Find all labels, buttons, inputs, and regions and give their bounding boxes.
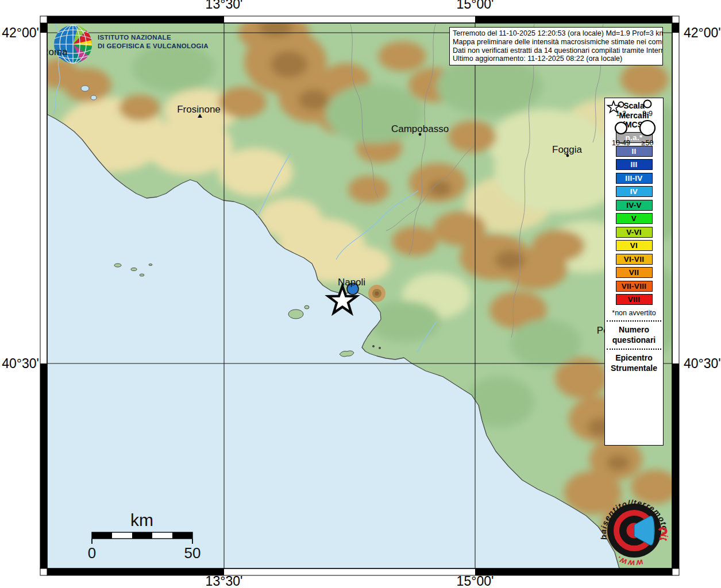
axis-left-top: 42°00' <box>0 25 39 41</box>
svg-text:10-49: 10-49 <box>612 139 630 147</box>
ingv-name-line1: ISTITUTO NAZIONALE <box>98 34 171 41</box>
macroseismic-map-page: ISTITUTO NAZIONALE DI GEOFISICA E VULCAN… <box>0 0 721 588</box>
star-icon <box>608 101 620 113</box>
legend-questionnaires-title: Numero questionari <box>612 324 656 345</box>
axis-right-top: 42°00' <box>684 25 721 41</box>
event-info-line1: Terremoto del 11-10-2025 12:20:53 (ora l… <box>453 29 660 38</box>
legend-chip-viii: VIII <box>616 294 653 305</box>
ingv-name-line2: DI GEOFISICA E VULCANOLOGIA <box>98 42 209 49</box>
legend-chip-v-vi: V-VI <box>616 227 653 238</box>
epicenter-star-key <box>605 100 622 114</box>
legend-epicenter-title: Epicentro Strumentale <box>611 353 657 373</box>
map-canvas: ISTITUTO NAZIONALE DI GEOFISICA E VULCAN… <box>38 13 689 568</box>
legend-chip-vi: VI <box>616 240 653 251</box>
axis-bottom-right: 15°00' <box>457 574 494 588</box>
city-marker-campobasso <box>419 133 422 136</box>
city-marker-foggia <box>566 154 569 157</box>
legend-divider-1 <box>607 320 661 322</box>
legend-chip-vi-vii: VI-VII <box>616 254 653 265</box>
axis-top-right: 15°00' <box>457 0 494 12</box>
legend-divider-2 <box>607 349 661 350</box>
intensity-point <box>347 283 358 295</box>
axis-left-bottom: 40°30' <box>0 356 39 372</box>
svg-text:3-9: 3-9 <box>642 110 653 118</box>
svg-text:≥50: ≥50 <box>642 139 654 147</box>
axis-top-left: 13°30' <box>206 0 243 12</box>
legend-chip-iii: III <box>616 159 653 170</box>
vesuvius <box>368 285 385 302</box>
legend-panel: Scala Mercalli (MCS) n.a.*IIIIIIII-IVIVI… <box>604 98 664 446</box>
event-info-line4: Ultimo aggiornamento: 11-12-2025 08:22 (… <box>453 55 660 63</box>
event-info-line2: Mappa preliminare delle intensità macros… <box>453 38 660 47</box>
legend-chip-iv: IV <box>616 186 653 197</box>
scale-bar-unit: km <box>130 510 153 529</box>
legend-chip-vii: VII <box>616 267 653 278</box>
legend-chip-v: V <box>616 213 653 224</box>
scale-bar-start: 0 <box>88 544 96 562</box>
circle-50plus-icon <box>640 121 655 136</box>
circle-3-9-icon <box>644 100 651 108</box>
circle-10-49-icon <box>615 122 627 134</box>
legend-chip-iv-v: IV-V <box>616 200 653 211</box>
legend-chip-iii-iv: III-IV <box>616 173 653 184</box>
legend-footnote: *non avvertito <box>612 309 656 317</box>
legend-chip-vii-viii: VII-VIII <box>616 281 653 292</box>
event-info-line3: Dati non verificati estratti da 14 quest… <box>453 47 660 55</box>
event-info-box: Terremoto del 11-10-2025 12:20:53 (ora l… <box>449 27 663 65</box>
axis-right-bottom: 40°30' <box>684 356 721 372</box>
scale-bar-end: 50 <box>184 544 201 562</box>
axis-bottom-left: 13°30' <box>206 574 243 588</box>
